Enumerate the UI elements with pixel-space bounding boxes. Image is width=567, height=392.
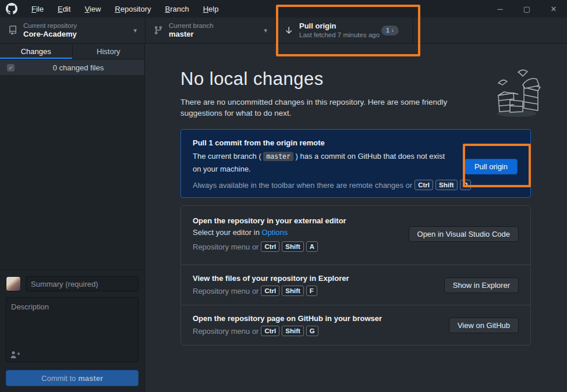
summary-input[interactable]: [26, 276, 139, 291]
pull-card-hint-text: Always available in the toolbar when the…: [193, 181, 412, 190]
menu-file[interactable]: File: [26, 2, 49, 16]
git-branch-icon: [154, 26, 163, 35]
suggestions-list: Open the repository in your external edi…: [180, 205, 531, 345]
menu-edit[interactable]: Edit: [52, 2, 76, 16]
commits-behind-count: 1: [386, 27, 389, 34]
main-content: No local changes There are no uncommitte…: [146, 44, 567, 392]
tab-changes[interactable]: Changes: [0, 44, 72, 59]
github-logo-icon: [6, 3, 17, 15]
arrow-down-icon: ↓: [391, 27, 394, 33]
suggestion-title: Open the repository page on GitHub in yo…: [193, 314, 440, 323]
kbd-shift: Shift: [435, 180, 458, 190]
suggestion-hint: Repository menu or Ctrl Shift A: [193, 241, 399, 252]
suggestion-hint-text: Repository menu or: [193, 243, 258, 251]
suggestion-hint: Repository menu or Ctrl Shift G: [193, 326, 440, 336]
changed-files-row: ✓ 0 changed files: [0, 60, 144, 75]
changed-files-count: 0 changed files: [19, 63, 137, 72]
current-branch-label: Current branch: [169, 22, 214, 30]
suggestion-hint: Repository menu or Ctrl Shift F: [193, 286, 435, 296]
branch-code-pill: master: [263, 152, 293, 161]
sidebar-tabs: Changes History: [0, 44, 144, 59]
sidebar: Changes History ✓ 0 changed files Commit: [0, 44, 145, 392]
summary-row: [6, 276, 139, 291]
kbd-ctrl: Ctrl: [261, 326, 279, 336]
minimize-icon: ─: [497, 5, 502, 13]
kbd-f: F: [306, 286, 317, 296]
kbd-g: G: [306, 326, 318, 336]
check-icon: ✓: [8, 65, 13, 71]
close-button[interactable]: ✕: [540, 0, 567, 17]
pull-commit-card: Pull 1 commit from the origin remote The…: [180, 129, 531, 198]
toolbar-spacer: [413, 17, 567, 43]
pull-card-hint: Always available in the toolbar when the…: [193, 180, 519, 190]
pull-card-body-before: The current branch (: [193, 152, 261, 161]
current-branch-name: master: [169, 30, 214, 39]
suggestion-show-explorer: View the files of your repository in Exp…: [181, 265, 530, 305]
avatar: [6, 276, 21, 291]
suggestion-external-editor: Open the repository in your external edi…: [181, 206, 530, 265]
kbd-a: A: [306, 241, 318, 252]
menu-branch[interactable]: Branch: [159, 2, 194, 16]
kbd-ctrl: Ctrl: [414, 180, 433, 190]
suggestion-text: View the files of your repository in Exp…: [193, 274, 435, 296]
pull-card-body: The current branch ( master ) has a comm…: [193, 150, 455, 175]
minimize-button[interactable]: ─: [487, 0, 513, 17]
maximize-button[interactable]: ▢: [513, 0, 540, 17]
toolbar: Current repository Core-Academy ▾ Curren…: [0, 17, 567, 44]
select-all-checkbox[interactable]: ✓: [7, 64, 15, 72]
commit-button-prefix: Commit to: [41, 374, 76, 383]
pull-card-title: Pull 1 commit from the origin remote: [193, 138, 519, 147]
kbd-ctrl: Ctrl: [261, 286, 279, 296]
maximize-icon: ▢: [523, 5, 530, 13]
kbd-ctrl: Ctrl: [261, 241, 279, 252]
current-repository-name: Core-Academy: [23, 30, 77, 39]
kbd-shift: Shift: [282, 326, 304, 336]
commit-button[interactable]: Commit to master: [6, 370, 139, 386]
github-desktop-window: File Edit View Repository Branch Help ─ …: [0, 0, 567, 392]
suggestion-title: Open the repository in your external edi…: [193, 216, 399, 225]
kbd-p: P: [460, 180, 472, 190]
show-in-explorer-button[interactable]: Show in Explorer: [444, 277, 519, 293]
current-branch-dropdown[interactable]: Current branch master ▾: [146, 17, 276, 43]
menu-repository[interactable]: Repository: [109, 2, 157, 16]
kbd-shift: Shift: [282, 286, 304, 296]
papers-illustration: [488, 67, 546, 120]
open-in-vscode-button[interactable]: Open in Visual Studio Code: [409, 226, 519, 242]
current-repository-dropdown[interactable]: Current repository Core-Academy ▾: [0, 17, 146, 43]
tab-history[interactable]: History: [72, 44, 145, 59]
suggestion-line2: Select your editor in Options: [193, 228, 399, 237]
menu-help[interactable]: Help: [197, 2, 225, 16]
menu-view[interactable]: View: [79, 2, 107, 16]
current-repository-label: Current repository: [23, 22, 77, 30]
options-link[interactable]: Options: [262, 228, 288, 237]
suggestion-title: View the files of your repository in Exp…: [193, 274, 435, 283]
pull-origin-toolbar-button[interactable]: Pull origin Last fetched 7 minutes ago 1…: [276, 17, 413, 43]
page-subtitle: There are no uncommitted changes in this…: [180, 97, 474, 119]
titlebar: File Edit View Repository Branch Help ─ …: [0, 0, 567, 17]
pull-origin-button[interactable]: Pull origin: [465, 159, 518, 174]
suggestion-view-github: Open the repository page on GitHub in yo…: [181, 305, 530, 345]
suggestion-text: Open the repository in your external edi…: [193, 216, 399, 252]
download-arrow-icon: [284, 26, 293, 35]
pull-origin-label: Pull origin: [299, 22, 380, 31]
suggestion-hint-text: Repository menu or: [193, 287, 258, 295]
page-title: No local changes: [180, 69, 324, 90]
suggestion-text: Open the repository page on GitHub in yo…: [193, 314, 440, 336]
suggestion-line2-text: Select your editor in: [193, 228, 262, 237]
description-wrap: [6, 297, 139, 364]
chevron-down-icon: ▾: [264, 27, 270, 34]
add-coauthor-icon[interactable]: [10, 351, 20, 359]
menu-bar: File Edit View Repository Branch Help: [26, 2, 224, 16]
suggestion-hint-text: Repository menu or: [193, 327, 258, 336]
commit-form: Commit to master: [0, 270, 144, 392]
commits-behind-badge: 1 ↓: [381, 26, 399, 35]
description-input[interactable]: [6, 297, 139, 362]
last-fetched-text: Last fetched 7 minutes ago: [299, 31, 380, 39]
kbd-shift: Shift: [282, 241, 304, 252]
view-on-github-button[interactable]: View on GitHub: [449, 318, 519, 333]
window-controls: ─ ▢ ✕: [487, 0, 567, 17]
commit-button-branch: master: [78, 374, 103, 383]
chevron-down-icon: ▾: [133, 27, 139, 34]
repo-book-icon: [8, 26, 17, 35]
close-icon: ✕: [551, 5, 557, 13]
